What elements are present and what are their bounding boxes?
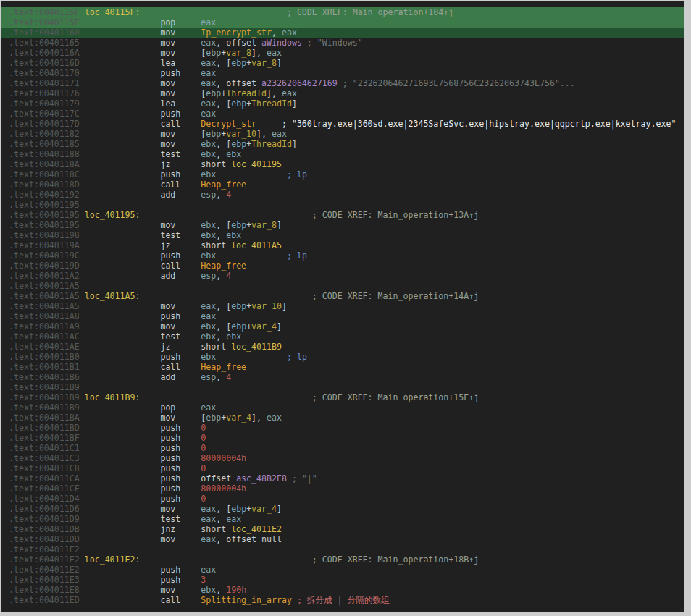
disasm-line[interactable]: .text:0040116A mov [ebp+var_8], eax (1, 48, 684, 58)
text-token: test (80, 149, 201, 159)
disasm-line[interactable]: .text:004011BD push 0 (1, 423, 684, 433)
disasm-line[interactable]: .text:004011B6 add esp, 4 (1, 372, 684, 382)
text-token: mov [ (80, 129, 206, 139)
register-token: eax (201, 534, 216, 544)
name-token: Splitting_in_array (201, 595, 292, 605)
text-token: , (216, 190, 226, 200)
disasm-line[interactable]: .text:004011C1 push 0 (1, 443, 684, 453)
disasm-line[interactable]: .text:004011E3 push 3 (1, 575, 684, 585)
variable-token: ThreadId (226, 88, 267, 98)
register-token: ebx (201, 585, 216, 595)
disasm-line[interactable]: .text:0040115F loc_40115F: ; CODE XREF: … (1, 7, 684, 17)
disasm-line[interactable]: .text:004011E2 push eax (1, 565, 684, 575)
disasm-line[interactable]: .text:004011A8 push eax (1, 311, 684, 321)
address-token: .text:0040118C (9, 169, 80, 180)
string-name-token: aWindows (261, 38, 302, 48)
disasm-line[interactable]: .text:00401165 mov eax, offset aWindows … (1, 38, 684, 48)
text-token: lea (80, 98, 201, 109)
address-token: .text:004011CA (9, 473, 80, 484)
disasm-line[interactable]: .text:004011D6 mov eax, [ebp+var_4] (1, 504, 684, 514)
disasm-line[interactable]: .text:0040116D lea eax, [ebp+var_8] (1, 58, 684, 68)
disasm-line[interactable]: .text:004011B9 loc_4011B9: ; CODE XREF: … (1, 392, 684, 402)
disasm-line[interactable]: .text:004011DD mov eax, offset null (1, 534, 684, 544)
disasm-line[interactable]: .text:004011A2 add esp, 4 (1, 271, 684, 281)
disasm-line[interactable]: .text:00401198 test ebx, ebx (1, 230, 684, 240)
address-token: .text:00401195 (9, 220, 80, 230)
register-token: esp (201, 271, 216, 281)
disasm-line[interactable]: .text:0040115F pop eax (1, 17, 684, 28)
disasm-line[interactable]: .text:004011A5 (1, 281, 684, 291)
disasm-line[interactable]: .text:00401195 (1, 200, 684, 210)
number-token: 0 (201, 494, 206, 504)
disasm-line[interactable]: .text:004011E2 loc_4011E2: ; CODE XREF: … (1, 554, 684, 565)
number-token: 0 (201, 423, 206, 433)
disasm-line[interactable]: .text:00401192 add esp, 4 (1, 190, 684, 200)
disasm-line[interactable]: .text:00401170 push eax (1, 68, 684, 78)
disasm-line[interactable]: .text:004011D4 push 0 (1, 494, 684, 504)
register-token: eax (201, 301, 216, 311)
disasm-line[interactable]: .text:004011BF push 0 (1, 433, 684, 443)
register-token: ebp (231, 58, 246, 68)
disasm-line[interactable]: .text:004011B9 pop eax (1, 402, 684, 413)
disasm-line[interactable]: .text:004011CF push 80000004h (1, 484, 684, 494)
text-token: call (80, 595, 201, 605)
xref-comment-token: ; CODE XREF: Main_operation+15E↑j (141, 392, 479, 402)
address-token: .text:004011E3 (9, 575, 80, 585)
disasm-line[interactable]: .text:004011B1 call Heap_free (1, 362, 684, 372)
disasm-line[interactable]: .text:004011ED call Splitting_in_array ;… (1, 595, 684, 605)
register-token: ebp (231, 98, 246, 109)
address-token: .text:004011A2 (9, 271, 80, 281)
disasm-line[interactable]: .text:004011E2 (1, 544, 684, 554)
disasm-line[interactable]: .text:004011C3 push 80000004h (1, 453, 684, 463)
disasm-line[interactable]: .text:004011A5 loc_4011A5: ; CODE XREF: … (1, 291, 684, 301)
disasm-line[interactable]: .text:004011AC test ebx, ebx (1, 332, 684, 342)
disassembly-view[interactable]: .text:0040115F loc_40115F: ; CODE XREF: … (1, 1, 684, 612)
disasm-line[interactable]: .text:004011DB jnz short loc_4011E2 (1, 524, 684, 534)
number-token: 190h (226, 585, 246, 595)
disasm-line[interactable]: .text:004011E8 mov ebx, 190h (1, 585, 684, 595)
register-token: ebx (226, 230, 241, 240)
register-token: eax (282, 28, 297, 38)
address-token: .text:00401185 (9, 139, 80, 149)
text-token: jz short (80, 342, 231, 352)
disasm-line[interactable]: .text:0040119A jz short loc_4011A5 (1, 240, 684, 250)
disasm-line[interactable]: .text:0040118A jz short loc_401195 (1, 159, 684, 169)
disasm-line[interactable]: .text:004011B9 (1, 382, 684, 392)
horizontal-scrollbar[interactable] (0, 612, 684, 616)
register-token: eax (267, 413, 282, 423)
text-token: , (216, 514, 226, 524)
disasm-line[interactable]: .text:0040117D call Decrypt_str ; "360tr… (1, 119, 684, 129)
disasm-line[interactable]: .text:004011CA push offset asc_48B2E8 ; … (1, 473, 684, 484)
disasm-line[interactable]: .text:00401188 test ebx, ebx (1, 149, 684, 159)
register-token: eax (201, 58, 216, 68)
disasm-line[interactable]: .text:00401185 mov ebx, [ebp+ThreadId] (1, 139, 684, 149)
disasm-line[interactable]: .text:004011A5 mov eax, [ebp+var_10] (1, 301, 684, 311)
disasm-line[interactable]: .text:004011D9 test eax, eax (1, 514, 684, 524)
disasm-line[interactable]: .text:0040119C push ebx ; lp (1, 250, 684, 261)
disasm-line[interactable]: .text:00401160 mov Ip_encrypt_str, eax (1, 28, 684, 38)
text-token: mov (80, 321, 201, 332)
text-token: ] (292, 98, 297, 109)
disasm-line[interactable]: .text:00401195 mov ebx, [ebp+var_8] (1, 220, 684, 230)
address-token: .text:0040115F (9, 7, 80, 17)
disasm-line[interactable]: .text:00401195 loc_401195: ; CODE XREF: … (1, 210, 684, 220)
text-token: mov (80, 38, 201, 48)
disasm-line[interactable]: .text:00401182 mov [ebp+var_10], eax (1, 129, 684, 139)
text-token: , [ (216, 139, 231, 149)
disasm-line[interactable]: .text:0040119D call Heap_free (1, 261, 684, 271)
disasm-line[interactable]: .text:004011B0 push ebx ; lp (1, 352, 684, 362)
disasm-line[interactable]: .text:00401171 mov eax, offset a23262064… (1, 78, 684, 88)
address-token: .text:00401165 (9, 38, 80, 48)
address-token: .text:00401160 (9, 28, 80, 38)
disasm-line[interactable]: .text:004011C8 push 0 (1, 463, 684, 473)
disasm-line[interactable]: .text:004011BA mov [ebp+var_4], eax (1, 413, 684, 423)
disasm-line[interactable]: .text:00401179 lea eax, [ebp+ThreadId] (1, 98, 684, 109)
disasm-line[interactable]: .text:004011AE jz short loc_4011B9 (1, 342, 684, 352)
disasm-line[interactable]: .text:004011A9 mov ebx, [ebp+var_4] (1, 321, 684, 332)
vertical-scrollbar[interactable] (684, 0, 691, 616)
disasm-line[interactable]: .text:0040118D call Heap_free (1, 180, 684, 190)
disasm-line[interactable]: .text:00401176 mov [ebp+ThreadId], eax (1, 88, 684, 98)
string-name-token: a23262064627169 (261, 78, 338, 88)
disasm-line[interactable]: .text:0040118C push ebx ; lp (1, 169, 684, 180)
disasm-line[interactable]: .text:0040117C push eax (1, 109, 684, 119)
